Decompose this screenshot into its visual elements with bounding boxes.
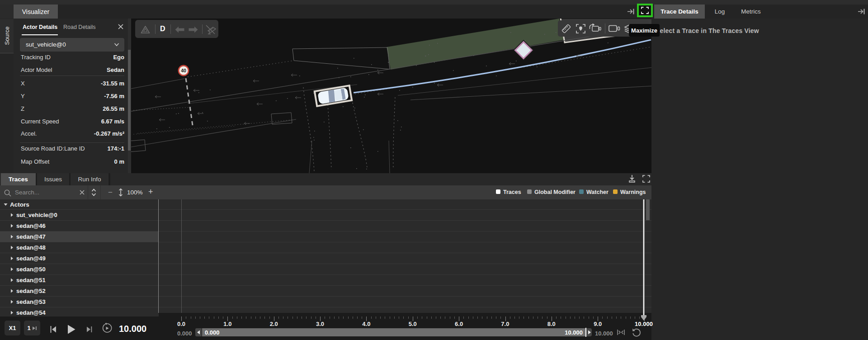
- svg-text:40: 40: [181, 68, 186, 73]
